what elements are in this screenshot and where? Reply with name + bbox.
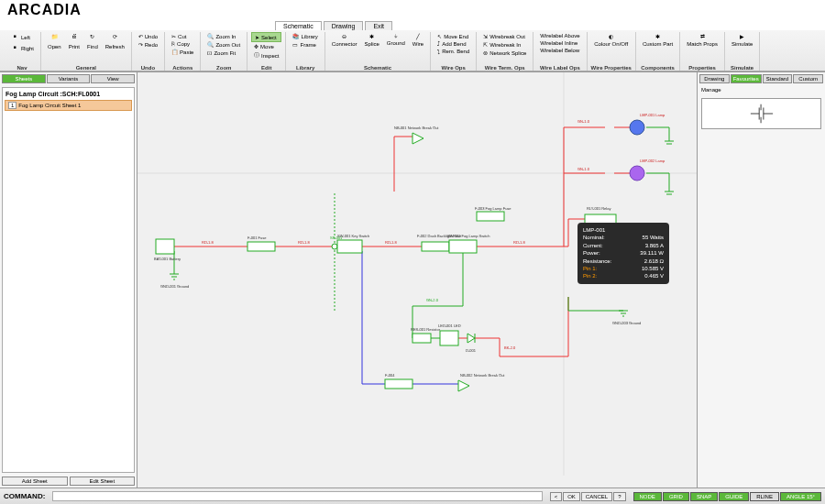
cmd-prev-button[interactable]: < xyxy=(550,492,563,501)
ribbon-nav: Left Right Nav xyxy=(4,32,41,71)
nav-left-button[interactable]: Left xyxy=(7,32,37,43)
svg-text:RD-1.8: RD-1.8 xyxy=(385,240,397,245)
frame-button[interactable]: ▭Frame xyxy=(290,40,320,49)
capacitor-icon xyxy=(749,102,775,126)
svg-text:RD-1.8: RD-1.8 xyxy=(513,240,525,245)
tab-drawing[interactable]: Drawing xyxy=(324,21,364,30)
right-tab-drawing[interactable]: Drawing xyxy=(699,74,730,83)
cmd-cancel-button[interactable]: CANCEL xyxy=(581,492,612,501)
svg-text:LMP-001
Lamp: LMP-001 Lamp xyxy=(640,113,666,117)
sheet-label: Fog Lamp Circuit Sheet 1 xyxy=(18,103,81,108)
tab-schematic[interactable]: Schematic xyxy=(275,21,322,30)
undo-button[interactable]: ↶Undo xyxy=(136,32,160,40)
right-tab-standard[interactable]: Standard xyxy=(763,74,793,83)
favourite-symbol[interactable] xyxy=(701,98,821,129)
refresh-button[interactable]: ⟳Refresh xyxy=(103,32,127,50)
command-input[interactable] xyxy=(52,491,542,501)
toggle-guide[interactable]: GUIDE xyxy=(719,492,749,501)
left-tab-sheets[interactable]: Sheets xyxy=(2,74,46,83)
svg-point-7 xyxy=(332,244,337,249)
open-button[interactable]: 📁Open xyxy=(45,32,64,50)
toggle-angle[interactable]: ANGLE 15° xyxy=(780,492,821,501)
addbend-button[interactable]: ⤴Add Bend xyxy=(434,40,472,48)
zoomin-icon: 🔍 xyxy=(207,33,214,39)
sheet-item[interactable]: 1 Fog Lamp Circuit Sheet 1 xyxy=(5,100,132,111)
left-tab-variants[interactable]: Variants xyxy=(47,74,91,83)
ribbon-labelops-label: Wire Label Ops xyxy=(540,65,580,71)
edit-sheet-button[interactable]: Edit Sheet xyxy=(70,477,136,486)
svg-point-33 xyxy=(630,166,644,181)
app-logo: ARCADIA xyxy=(0,0,825,20)
redo-button[interactable]: ↷Redo xyxy=(136,40,160,49)
library-button[interactable]: 📚Library xyxy=(290,32,320,40)
simulate-button[interactable]: ▶Simulate xyxy=(729,32,755,48)
find-button[interactable]: ↻Find xyxy=(84,32,101,50)
toggle-grid[interactable]: GRID xyxy=(663,492,689,501)
copy-button[interactable]: ⎘Copy xyxy=(169,40,196,48)
zoomin-button[interactable]: 🔍Zoom In xyxy=(204,32,243,40)
svg-text:RD-1.8: RD-1.8 xyxy=(202,240,214,245)
nav-right-button[interactable]: Right xyxy=(7,43,37,54)
splice-button[interactable]: ✱Splice xyxy=(362,32,382,48)
wlinline-button[interactable]: Wirelabel Inline xyxy=(537,39,582,47)
svg-text:NB-001
Network Break Out: NB-001 Network Break Out xyxy=(394,126,439,130)
ribbon-zoom: 🔍Zoom In 🔍Zoom Out ⊡Zoom Fit Zoom xyxy=(201,32,248,71)
toggle-snap[interactable]: SNAP xyxy=(690,492,718,501)
move-button[interactable]: ✥Move xyxy=(251,42,281,50)
mode-tabs: Schematic Drawing Exit xyxy=(0,19,825,30)
cmd-ok-button[interactable]: OK xyxy=(563,492,580,501)
cut-button[interactable]: ✂Cut xyxy=(169,32,196,40)
left-panel: Sheets Variants View Fog Lamp Circuit :S… xyxy=(0,72,138,488)
svg-text:BAT-001
Battery: BAT-001 Battery xyxy=(154,257,181,261)
tooltip-title: LMP-001 xyxy=(583,226,605,234)
right-tab-custom[interactable]: Custom xyxy=(793,74,823,83)
ribbon-library: 📚Library ▭Frame Library xyxy=(286,32,324,71)
zoomfit-button[interactable]: ⊡Zoom Fit xyxy=(204,49,243,57)
custompart-button[interactable]: ✱Custom Part xyxy=(640,32,676,48)
ribbon-zoom-label: Zoom xyxy=(216,65,231,71)
netsplice-button[interactable]: ⊛Network Splice xyxy=(480,49,529,57)
wire-button[interactable]: ╱Wire xyxy=(410,32,426,48)
paste-button[interactable]: 📋Paste xyxy=(169,48,196,56)
wbout-button[interactable]: ⇲Wirebreak Out xyxy=(480,32,529,40)
svg-text:SW-002
Fog Lamp Switch: SW-002 Fog Lamp Switch xyxy=(447,234,490,238)
svg-text:RD-1.8: RD-1.8 xyxy=(298,240,310,245)
rembend-icon: ⤵ xyxy=(437,49,440,54)
moveend-icon: ↖ xyxy=(437,33,442,39)
wlbelow-button[interactable]: Wirelabel Below xyxy=(537,47,582,54)
right-tab-favourites[interactable]: Favourites xyxy=(731,74,762,83)
add-sheet-button[interactable]: Add Sheet xyxy=(2,477,68,486)
svg-text:RES-001
Resistor: RES-001 Resistor xyxy=(411,327,441,332)
inspect-button[interactable]: ⓘInspect xyxy=(251,50,281,60)
wbin-button[interactable]: ⇱Wirebreak In xyxy=(480,40,529,49)
svg-text:GND-003
Ground: GND-003 Ground xyxy=(612,321,641,325)
connector-button[interactable]: ⊖Connector xyxy=(329,32,360,48)
moveend-button[interactable]: ↖Move End xyxy=(434,32,472,40)
print-button[interactable]: 🖨Print xyxy=(66,32,82,50)
schematic-canvas[interactable]: BAT-001 Battery GND-001 Ground F-001 Fus… xyxy=(138,72,697,488)
ground-icon: ⏚ xyxy=(394,33,398,38)
toggle-rline[interactable]: RLINE xyxy=(750,492,779,501)
cursor-icon: ➤ xyxy=(255,34,259,40)
wlabove-button[interactable]: Wirelabel Above xyxy=(537,32,582,39)
svg-text:RLY-001
Relay: RLY-001 Relay xyxy=(587,206,610,211)
wbout-icon: ⇲ xyxy=(483,33,488,39)
copy-icon: ⎘ xyxy=(171,41,175,47)
matchprops-button[interactable]: ⇄Match Props xyxy=(684,32,720,48)
connector-icon: ⊖ xyxy=(342,33,346,39)
right-header: Manage xyxy=(698,85,825,94)
ground-button[interactable]: ⏚Ground xyxy=(384,32,408,48)
toggle-node[interactable]: NODE xyxy=(633,492,662,501)
zoomout-button[interactable]: 🔍Zoom Out xyxy=(204,40,243,49)
ribbon-wireops: ↖Move End ⤴Add Bend ⤵Rem. Bend Wire Ops xyxy=(431,32,477,71)
left-tab-view[interactable]: View xyxy=(91,74,135,83)
wire-icon: ╱ xyxy=(416,33,420,39)
tab-exit[interactable]: Exit xyxy=(365,21,392,30)
svg-rect-5 xyxy=(248,242,275,251)
cmd-help-button[interactable]: ? xyxy=(613,492,625,501)
ribbon-schematic-label: Schematic xyxy=(364,65,391,71)
rembend-button[interactable]: ⤵Rem. Bend xyxy=(434,48,472,55)
coloronoff-button[interactable]: ◐Colour On/Off xyxy=(591,32,631,48)
ribbon-nav-label: Nav xyxy=(17,65,28,71)
select-button[interactable]: ➤Select xyxy=(251,32,281,42)
